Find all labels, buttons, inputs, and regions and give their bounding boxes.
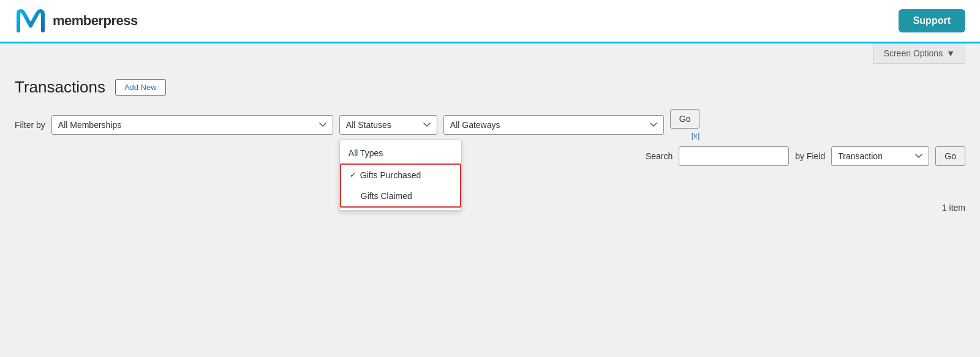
clear-filter-button[interactable]: [x] — [670, 131, 700, 140]
memberpress-logo-icon — [15, 7, 47, 34]
gifts-purchased-option[interactable]: ✓ Gifts Purchased — [341, 165, 460, 186]
gifts-claimed-option[interactable]: Gifts Claimed — [341, 186, 460, 206]
items-count: 1 item — [15, 203, 965, 212]
screen-options-arrow-icon: ▼ — [946, 48, 955, 58]
search-label: Search — [646, 151, 673, 161]
filter-go-button[interactable]: Go — [670, 109, 700, 129]
add-new-button[interactable]: Add New — [115, 79, 166, 96]
search-row: Search by Field Transaction Go — [15, 146, 965, 166]
by-field-label: by Field — [795, 151, 825, 161]
screen-options-label: Screen Options — [884, 48, 943, 58]
logo-text: memberpress — [53, 13, 138, 29]
statuses-dropdown-container: All Statuses All Types ✓ Gifts Purchased… — [339, 115, 437, 135]
checkmark-icon: ✓ — [350, 170, 356, 179]
search-input[interactable] — [679, 146, 789, 166]
gifts-purchased-label: Gifts Purchased — [360, 170, 421, 180]
screen-options-button[interactable]: Screen Options ▼ — [873, 43, 965, 64]
content-area: Screen Options ▼ Transactions Add New Fi… — [0, 43, 980, 225]
header: memberpress Support — [0, 0, 980, 43]
filter-controls: Go [x] — [670, 109, 700, 140]
all-types-option[interactable]: All Types — [340, 143, 461, 163]
title-row: Transactions Add New — [15, 78, 965, 97]
gifts-claimed-label: Gifts Claimed — [350, 191, 412, 201]
filter-row: Filter by All Memberships All Statuses A… — [15, 109, 965, 140]
filter-by-label: Filter by — [15, 120, 45, 130]
gateway-select[interactable]: All Gateways — [443, 115, 664, 135]
types-dropdown-inner: ✓ Gifts Purchased Gifts Claimed — [340, 163, 461, 208]
membership-select[interactable]: All Memberships — [51, 115, 333, 135]
statuses-select[interactable]: All Statuses — [339, 115, 437, 135]
page-title: Transactions — [15, 78, 105, 97]
field-select[interactable]: Transaction — [831, 146, 929, 166]
search-go-button[interactable]: Go — [935, 146, 965, 166]
logo-area: memberpress — [15, 7, 138, 34]
support-button[interactable]: Support — [899, 9, 965, 32]
types-dropdown: All Types ✓ Gifts Purchased Gifts Claime… — [339, 140, 462, 211]
